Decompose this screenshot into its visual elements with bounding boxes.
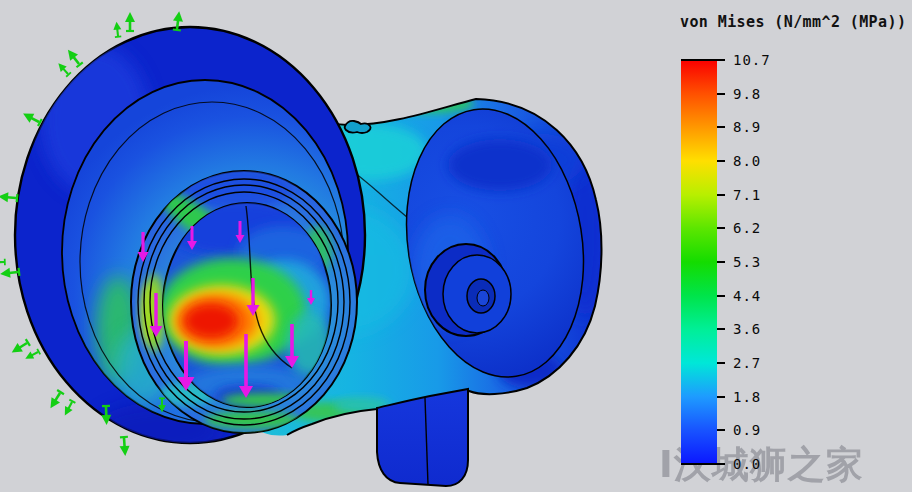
model-viewport[interactable] [0, 0, 912, 492]
stress-plot-canvas [0, 0, 912, 492]
top-slot-hole [345, 121, 371, 133]
fea-result-screenshot: I汉城狮之家 von Mises (N/mm^2 (MPa)) 10.7 9.8… [0, 0, 912, 492]
watermark-text: I汉城狮之家 [659, 440, 864, 490]
